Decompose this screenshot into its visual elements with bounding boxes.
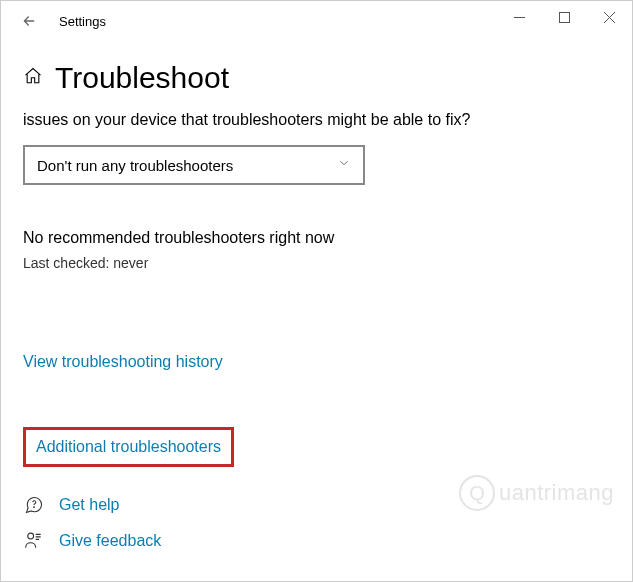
additional-troubleshooters-link[interactable]: Additional troubleshooters: [36, 438, 221, 456]
minimize-button[interactable]: [497, 1, 542, 33]
dropdown-selected: Don't run any troubleshooters: [37, 157, 233, 174]
view-history-link[interactable]: View troubleshooting history: [23, 353, 223, 371]
troubleshooter-dropdown[interactable]: Don't run any troubleshooters: [23, 145, 365, 185]
page-title: Troubleshoot: [55, 61, 229, 95]
home-icon[interactable]: [23, 66, 43, 90]
maximize-button[interactable]: [542, 1, 587, 33]
get-help-link[interactable]: Get help: [59, 496, 119, 514]
feedback-icon: [23, 531, 45, 551]
get-help-icon: [23, 495, 45, 515]
svg-rect-0: [560, 12, 570, 22]
back-button[interactable]: [13, 5, 45, 37]
chevron-down-icon: [337, 156, 351, 174]
close-button[interactable]: [587, 1, 632, 33]
status-text: No recommended troubleshooters right now: [23, 229, 610, 247]
highlighted-link-box: Additional troubleshooters: [23, 427, 234, 467]
give-feedback-link[interactable]: Give feedback: [59, 532, 161, 550]
svg-point-2: [28, 533, 34, 539]
window-title: Settings: [59, 14, 106, 29]
svg-point-1: [34, 507, 35, 508]
last-checked-text: Last checked: never: [23, 255, 610, 271]
description-text: issues on your device that troubleshoote…: [23, 109, 610, 131]
